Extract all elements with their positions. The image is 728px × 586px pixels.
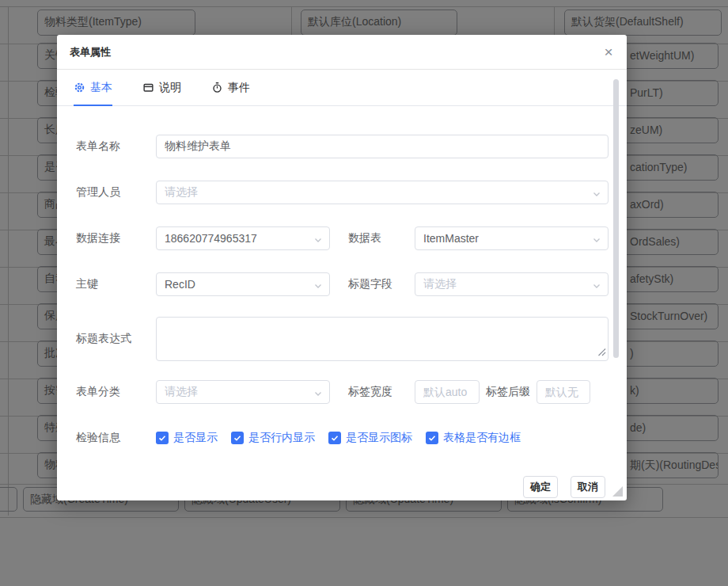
chevron-down-icon	[313, 388, 323, 401]
checkbox-show[interactable]: 是否显示	[156, 431, 218, 445]
chevron-down-icon	[313, 280, 323, 293]
primary-key-select[interactable]: RecID	[156, 272, 330, 296]
checkbox-checked-icon	[156, 432, 169, 444]
resize-grip-icon[interactable]	[597, 346, 606, 359]
field-label: 数据连接	[76, 231, 156, 245]
field-label: 表单分类	[76, 385, 156, 399]
clock-icon	[211, 82, 223, 93]
title-expression-textarea-input[interactable]	[157, 318, 608, 360]
tab-bar: 基本 说明	[57, 70, 627, 106]
field-label: 表单名称	[76, 139, 156, 154]
form-name-input[interactable]	[156, 135, 609, 158]
field-label: 主键	[76, 277, 156, 291]
close-icon[interactable]: ×	[598, 42, 619, 63]
field-label: 数据表	[348, 231, 415, 245]
checkbox-checked-icon	[426, 432, 438, 444]
chevron-down-icon	[592, 280, 601, 293]
checkbox-checked-icon	[328, 432, 341, 444]
form-designer-screen: 物料类型(ItemType) 默认库位(Location) 默认货架(Defau…	[0, 0, 728, 586]
field-label: 标题表达式	[76, 332, 156, 346]
checkbox-inline-display[interactable]: 是否行内显示	[231, 431, 315, 445]
title-expression-textarea[interactable]	[156, 317, 609, 361]
tab-events[interactable]: 事件	[211, 70, 250, 105]
field-label: 标签后缀	[486, 385, 537, 399]
chevron-down-icon	[592, 234, 601, 247]
checkbox-show-icon[interactable]: 是否显示图标	[328, 431, 412, 445]
field-label: 管理人员	[76, 185, 156, 200]
memo-icon	[142, 82, 154, 93]
dialog-title: 表单属性	[70, 35, 111, 70]
tab-description[interactable]: 说明	[142, 70, 181, 105]
checkbox-checked-icon	[231, 432, 244, 444]
dialog-header: 表单属性 ×	[57, 35, 627, 70]
chevron-down-icon	[592, 188, 601, 201]
form-category-select[interactable]: 请选择	[156, 380, 330, 404]
form-properties-dialog: 表单属性 × 基本	[57, 35, 627, 500]
confirm-button[interactable]: 确定	[523, 476, 558, 498]
title-field-select[interactable]: 请选择	[415, 272, 609, 296]
field-label: 标题字段	[348, 277, 415, 291]
manager-select[interactable]: 请选择	[156, 181, 609, 204]
chevron-down-icon	[313, 234, 323, 247]
tab-basic[interactable]: 基本	[74, 70, 112, 105]
dialog-resize-handle[interactable]	[612, 486, 623, 497]
active-tab-underline	[74, 105, 112, 106]
data-connection-select[interactable]: 186620774965317	[156, 226, 330, 250]
data-table-select[interactable]: ItemMaster	[415, 226, 609, 250]
label-suffix-input[interactable]	[537, 380, 590, 404]
label-width-input[interactable]	[415, 380, 480, 404]
cancel-button[interactable]: 取消	[571, 476, 605, 498]
checkbox-table-border[interactable]: 表格是否有边框	[426, 431, 521, 445]
field-label: 检验信息	[76, 431, 156, 445]
gear-icon	[74, 82, 85, 93]
scrollbar-thumb[interactable]	[613, 79, 619, 358]
field-label: 标签宽度	[348, 385, 415, 399]
